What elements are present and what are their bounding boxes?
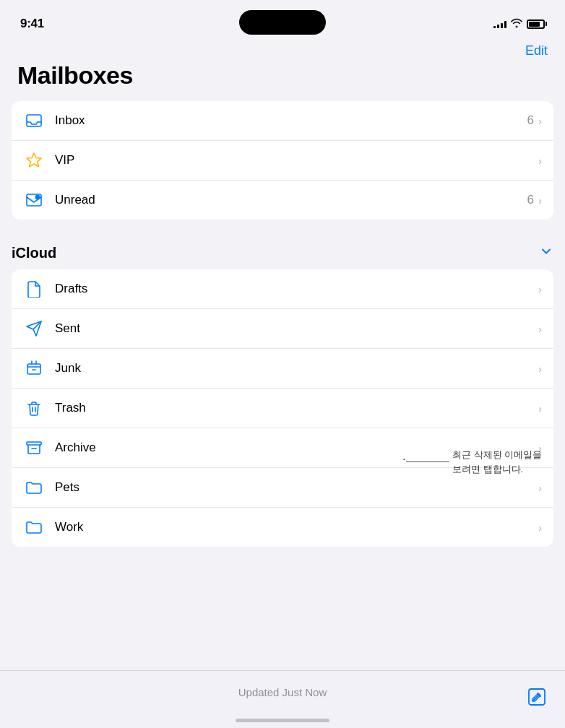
inbox-item[interactable]: Inbox 6 › <box>12 101 553 141</box>
icloud-title: iCloud <box>12 245 56 261</box>
vip-label: VIP <box>55 153 534 168</box>
inbox-label: Inbox <box>55 113 527 128</box>
pets-label: Pets <box>55 480 538 495</box>
work-chevron: › <box>538 521 542 534</box>
vip-icon <box>23 150 45 171</box>
unread-label: Unread <box>55 193 527 207</box>
work-folder-icon <box>23 516 45 538</box>
inbox-badge: 6 <box>527 113 534 128</box>
status-icons <box>493 18 545 30</box>
callout-text: 최근 삭제된 이메일을 보려면 탭합니다. <box>452 448 553 476</box>
drafts-item[interactable]: Drafts › <box>12 269 553 309</box>
drafts-label: Drafts <box>55 282 538 296</box>
vip-item[interactable]: VIP › <box>12 141 553 181</box>
signal-icon <box>493 20 506 28</box>
work-item[interactable]: Work › <box>12 508 553 547</box>
dynamic-island <box>239 10 326 35</box>
junk-item[interactable]: Junk › <box>12 349 553 389</box>
icloud-card: Drafts › Sent › Junk › <box>12 269 553 547</box>
smart-mailboxes-card: Inbox 6 › VIP › Unread 6 › <box>12 101 553 220</box>
sent-item[interactable]: Sent › <box>12 309 553 349</box>
sent-label: Sent <box>55 321 538 336</box>
archive-icon <box>23 437 45 459</box>
svg-point-2 <box>35 195 40 200</box>
trash-callout: 최근 삭제된 이메일을 보려면 탭합니다. <box>406 448 553 476</box>
unread-icon <box>23 189 45 211</box>
callout-line <box>406 462 449 462</box>
junk-label: Junk <box>55 361 538 376</box>
unread-chevron: › <box>538 194 542 207</box>
page-title: Mailboxes <box>0 58 565 101</box>
sent-icon <box>23 318 45 339</box>
home-indicator <box>236 719 329 722</box>
battery-icon <box>527 20 545 29</box>
sent-chevron: › <box>538 323 542 335</box>
drafts-icon <box>23 278 45 300</box>
pets-chevron: › <box>538 482 542 494</box>
unread-badge: 6 <box>527 193 534 207</box>
junk-chevron: › <box>538 363 542 375</box>
drafts-chevron: › <box>538 283 542 295</box>
wifi-icon <box>511 18 522 30</box>
compose-button[interactable] <box>526 686 548 708</box>
svg-rect-3 <box>27 364 40 374</box>
icloud-collapse-icon <box>539 244 553 262</box>
svg-rect-4 <box>27 442 41 445</box>
trash-icon <box>23 397 45 419</box>
inbox-icon <box>23 110 45 131</box>
trash-label: Trash <box>55 401 538 415</box>
edit-button[interactable]: Edit <box>525 43 548 58</box>
status-time: 9:41 <box>20 17 44 31</box>
vip-chevron: › <box>538 155 542 167</box>
inbox-chevron: › <box>538 115 542 127</box>
work-label: Work <box>55 520 538 534</box>
trash-chevron: › <box>538 402 542 415</box>
junk-icon <box>23 358 45 379</box>
updated-text: Updated Just Now <box>0 686 565 698</box>
header: Edit <box>0 38 565 58</box>
trash-item[interactable]: Trash › <box>12 389 553 428</box>
unread-item[interactable]: Unread 6 › <box>12 181 553 220</box>
pets-folder-icon <box>23 477 45 498</box>
icloud-section-header[interactable]: iCloud <box>0 234 565 269</box>
